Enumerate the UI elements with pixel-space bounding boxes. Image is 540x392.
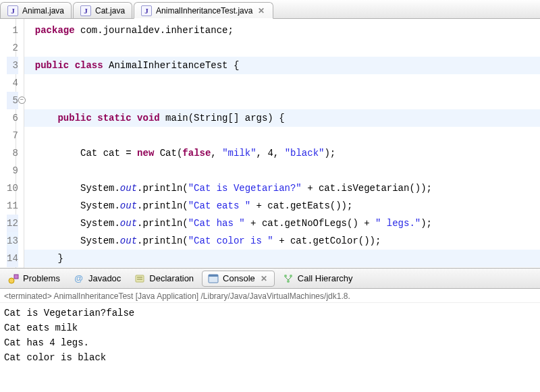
tab-cat-java[interactable]: J Cat.java (73, 2, 132, 18)
tab-label: AnimalInheritanceTest.java (156, 6, 252, 16)
line-number: 3 (7, 57, 18, 74)
line-number: 8 (7, 144, 18, 162)
view-tab-problems[interactable]: Problems (3, 271, 65, 286)
editor-tab-bar: J Animal.java J Cat.java J AnimalInherit… (0, 0, 540, 19)
java-file-icon: J (7, 5, 18, 16)
view-tab-call-hierarchy[interactable]: Call Hierarchy (277, 271, 358, 286)
console-line: Cat is Vegetarian?false (4, 306, 536, 320)
line-number: 10 (7, 179, 18, 197)
tab-animalinheritancetest-java[interactable]: J AnimalInheritanceTest.java ✕ (134, 2, 273, 19)
svg-rect-2 (136, 275, 144, 282)
line-number: 7 (7, 127, 18, 144)
fold-toggle-icon[interactable]: − (18, 96, 26, 104)
line-number: 11 (7, 197, 18, 215)
svg-point-7 (284, 275, 287, 277)
line-number: 12 (7, 215, 18, 232)
tab-animal-java[interactable]: J Animal.java (0, 2, 72, 18)
svg-rect-6 (209, 275, 218, 277)
views-tab-bar: Problems @ Javadoc Declaration Console ✕… (0, 269, 540, 289)
console-line: Cat has 4 legs. (4, 335, 536, 350)
java-file-icon: J (141, 5, 152, 16)
code-editor[interactable]: 1 2 3 4 5− 6 7 8 9 10 11 12 13 14 packag… (0, 19, 540, 269)
view-tab-label: Problems (23, 273, 60, 283)
view-tab-declaration[interactable]: Declaration (129, 271, 199, 286)
line-number: 2 (7, 39, 18, 57)
view-tab-label: Call Hierarchy (298, 273, 353, 283)
problems-icon (8, 273, 19, 284)
close-icon[interactable]: ✕ (259, 274, 269, 283)
code-area[interactable]: package com.journaldev.inheritance; publ… (24, 19, 540, 268)
line-number: 13 (7, 232, 18, 250)
javadoc-icon: @ (74, 273, 84, 284)
svg-point-8 (290, 275, 292, 277)
view-tab-label: Console (223, 273, 255, 283)
tab-label: Animal.java (22, 6, 64, 16)
line-number: 1 (7, 22, 18, 39)
view-tab-javadoc[interactable]: @ Javadoc (68, 271, 126, 286)
close-icon[interactable]: ✕ (256, 6, 266, 16)
java-file-icon: J (80, 5, 91, 16)
view-tab-label: Declaration (149, 273, 194, 283)
line-number: 5− (7, 92, 18, 109)
console-line: Cat color is black (4, 350, 536, 365)
svg-rect-1 (14, 275, 18, 279)
view-tab-label: Javadoc (88, 273, 121, 283)
line-number: 14 (7, 250, 18, 267)
line-number: 6 (7, 109, 18, 127)
svg-point-9 (287, 280, 290, 283)
declaration-icon (134, 273, 145, 284)
line-number: 4 (7, 74, 18, 92)
console-icon (208, 273, 219, 284)
console-line: Cat eats milk (4, 320, 536, 335)
console-output[interactable]: Cat is Vegetarian?falseCat eats milkCat … (0, 303, 540, 392)
call-hierarchy-icon (283, 273, 294, 284)
line-number: 9 (7, 162, 18, 179)
line-number-gutter: 1 2 3 4 5− 6 7 8 9 10 11 12 13 14 (0, 19, 24, 268)
tab-label: Cat.java (95, 6, 125, 16)
svg-point-0 (9, 278, 14, 283)
view-tab-console[interactable]: Console ✕ (202, 271, 275, 287)
console-launch-header: <terminated> AnimalInheritanceTest [Java… (0, 289, 540, 303)
